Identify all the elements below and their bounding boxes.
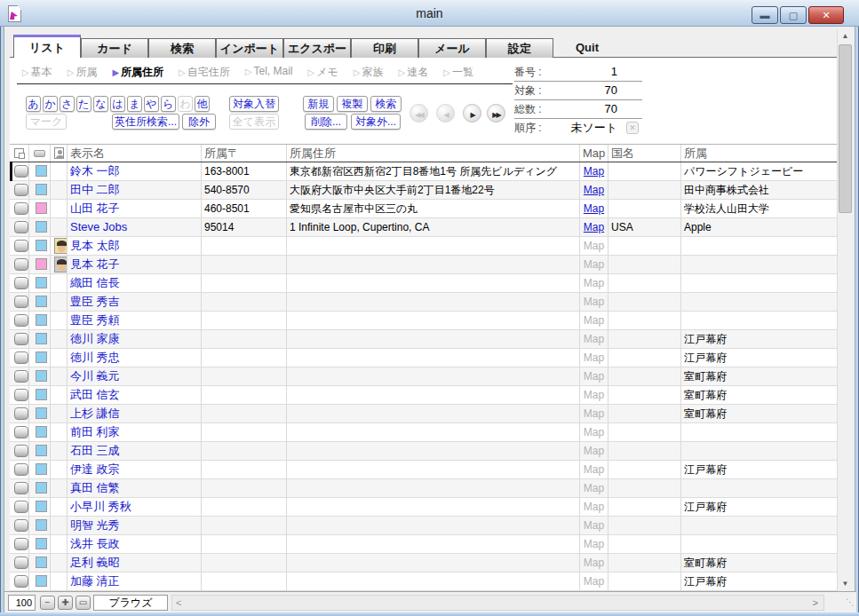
record-card-button[interactable] bbox=[14, 426, 28, 438]
kana-filter-わ[interactable]: わ bbox=[178, 96, 193, 112]
zip-field[interactable] bbox=[202, 479, 287, 497]
mark-button[interactable]: マーク bbox=[26, 114, 67, 130]
address-field[interactable] bbox=[287, 535, 580, 553]
country-field[interactable] bbox=[608, 367, 681, 385]
zip-field[interactable]: 163-8001 bbox=[202, 162, 287, 180]
vertical-scrollbar[interactable]: ▲ ▼ bbox=[837, 29, 852, 591]
record-card-button[interactable] bbox=[14, 407, 28, 420]
country-field[interactable] bbox=[608, 535, 681, 553]
record-card-button[interactable] bbox=[14, 370, 28, 383]
org-field[interactable] bbox=[681, 517, 837, 534]
country-field[interactable]: USA bbox=[608, 218, 681, 236]
display-name-field[interactable]: 足利 義昭 bbox=[68, 554, 202, 572]
tab-mail[interactable]: メール bbox=[418, 38, 486, 58]
zip-field[interactable] bbox=[202, 498, 287, 516]
mark-square[interactable] bbox=[36, 370, 47, 382]
contact-photo[interactable] bbox=[54, 257, 68, 272]
zip-field[interactable]: 95014 bbox=[202, 218, 287, 236]
zip-field[interactable] bbox=[202, 386, 287, 404]
display-name-field[interactable]: 小早川 秀秋 bbox=[68, 498, 202, 516]
mark-square[interactable] bbox=[36, 296, 47, 307]
display-name-field[interactable]: 田中 二郎 bbox=[68, 181, 202, 199]
map-link[interactable]: Map bbox=[584, 165, 604, 178]
mark-square[interactable] bbox=[36, 426, 47, 438]
display-name-field[interactable]: 今川 義元 bbox=[68, 367, 202, 385]
address-field[interactable]: 大阪府大阪市中央区大手前2丁目1番地22号 bbox=[287, 181, 580, 199]
toolbar-toggle-button[interactable]: ▭ bbox=[76, 596, 91, 610]
kana-filter-あ[interactable]: あ bbox=[26, 96, 41, 112]
zip-field[interactable] bbox=[202, 312, 287, 329]
country-field[interactable] bbox=[608, 498, 681, 516]
map-link[interactable]: Map bbox=[584, 202, 604, 215]
org-field[interactable] bbox=[681, 442, 837, 460]
record-card-button[interactable] bbox=[14, 482, 28, 494]
display-name-field[interactable]: 真田 信繁 bbox=[68, 479, 202, 497]
address-field[interactable] bbox=[287, 349, 580, 367]
resize-grip[interactable]: ⋱ bbox=[846, 597, 855, 607]
record-card-button[interactable] bbox=[14, 519, 28, 532]
country-field[interactable] bbox=[608, 162, 681, 180]
display-name-field[interactable]: 見本 太郎 bbox=[68, 237, 202, 255]
mark-column-header[interactable] bbox=[29, 145, 51, 162]
mark-square[interactable] bbox=[36, 407, 47, 419]
mark-square[interactable] bbox=[36, 519, 47, 531]
record-select-column-header[interactable] bbox=[10, 145, 29, 162]
country-field[interactable] bbox=[608, 349, 681, 367]
mark-square[interactable] bbox=[36, 575, 47, 587]
mark-square[interactable] bbox=[36, 202, 47, 214]
zip-field[interactable] bbox=[202, 535, 287, 553]
scroll-down-icon[interactable]: ▼ bbox=[838, 577, 853, 591]
country-field[interactable] bbox=[608, 517, 681, 534]
zip-field[interactable] bbox=[202, 274, 287, 292]
org-field[interactable]: 江戸幕府 bbox=[681, 330, 837, 348]
record-card-button[interactable] bbox=[14, 314, 28, 327]
country-field[interactable] bbox=[608, 442, 681, 460]
mark-square[interactable] bbox=[36, 482, 47, 494]
tab-card[interactable]: カード bbox=[81, 38, 148, 58]
org-field[interactable] bbox=[681, 535, 837, 553]
address-field[interactable] bbox=[287, 405, 580, 423]
mark-square[interactable] bbox=[36, 389, 47, 400]
country-field[interactable] bbox=[608, 405, 681, 423]
subnav-family[interactable]: ▷家族 bbox=[354, 65, 384, 80]
org-field[interactable] bbox=[681, 479, 837, 497]
country-field[interactable] bbox=[608, 573, 681, 590]
tab-print[interactable]: 印刷 bbox=[351, 38, 418, 58]
tab-settings[interactable]: 設定 bbox=[486, 38, 553, 58]
mark-square[interactable] bbox=[36, 463, 47, 475]
exclude-button[interactable]: 除外 bbox=[182, 114, 216, 130]
subnav-joint-name[interactable]: ▷連名 bbox=[399, 65, 429, 80]
zip-field[interactable] bbox=[202, 554, 287, 572]
country-field[interactable] bbox=[608, 330, 681, 348]
display-name-field[interactable]: 浅井 長政 bbox=[68, 535, 202, 553]
tab-quit[interactable]: Quit bbox=[553, 38, 621, 58]
zip-field[interactable] bbox=[202, 237, 287, 255]
org-field[interactable] bbox=[681, 256, 837, 273]
display-name-field[interactable]: 明智 光秀 bbox=[68, 517, 202, 534]
record-card-button[interactable] bbox=[14, 501, 28, 513]
address-field[interactable] bbox=[287, 386, 580, 404]
zip-field[interactable] bbox=[202, 517, 287, 534]
delete-record-button[interactable]: 削除... bbox=[305, 114, 347, 130]
record-card-button[interactable] bbox=[14, 463, 28, 476]
country-field[interactable] bbox=[608, 274, 681, 292]
org-field[interactable] bbox=[681, 274, 837, 292]
record-card-button[interactable] bbox=[14, 389, 28, 401]
record-card-button[interactable] bbox=[14, 184, 28, 196]
kana-filter-他[interactable]: 他 bbox=[195, 96, 210, 112]
address-field[interactable] bbox=[287, 423, 580, 441]
close-button[interactable]: ✕ bbox=[808, 6, 844, 24]
address-field[interactable] bbox=[287, 554, 580, 572]
subnav-affiliation-address[interactable]: ▶所属住所 bbox=[112, 65, 163, 80]
record-card-button[interactable] bbox=[14, 351, 28, 364]
next-record-button[interactable]: ▶ bbox=[463, 104, 481, 122]
display-name-field[interactable]: 徳川 家康 bbox=[68, 330, 202, 348]
country-field[interactable] bbox=[608, 386, 681, 404]
org-field[interactable]: Apple bbox=[681, 218, 837, 236]
org-field[interactable]: パワーシフトジェーピー bbox=[681, 162, 837, 180]
display-name-field[interactable]: 武田 信玄 bbox=[68, 386, 202, 404]
zip-field[interactable] bbox=[202, 573, 287, 590]
country-field[interactable] bbox=[608, 554, 681, 572]
record-card-button[interactable] bbox=[14, 538, 28, 550]
zoom-out-button[interactable]: − bbox=[40, 596, 55, 610]
